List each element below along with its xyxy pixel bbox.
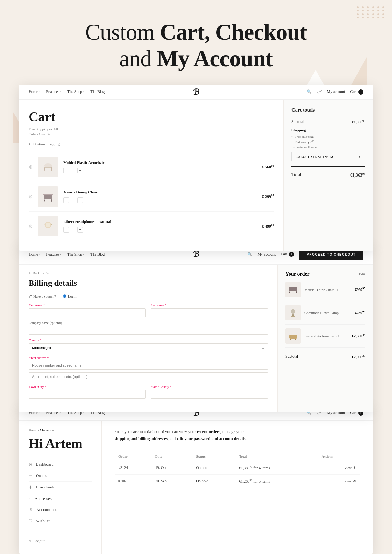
remove-item-icon[interactable]: ⊗ [29,164,33,170]
account-details-icon: ☺ [29,507,33,512]
country-select-wrapper: Montenegro [29,343,268,352]
total-row: Total €1,36395 [291,166,365,178]
company-input[interactable] [29,326,268,335]
account-screen: Home Features The Shop The Blog ℬ 🔍 ♡2 M… [19,406,373,554]
svg-rect-6 [51,199,52,202]
checkout-nav-left: Home Features The Shop The Blog [29,252,105,257]
state-input[interactable] [151,390,268,399]
shipping-title: Shipping [291,128,365,133]
back-to-cart-link[interactable]: Back to Cart [29,271,268,275]
breadcrumb-home[interactable]: Home [29,428,37,432]
cart-items: ⊗ Molded Plastic Armchair [29,152,274,241]
street-input[interactable] [29,361,268,370]
free-shipping-option[interactable]: Free shipping [291,135,365,138]
qty-decrease[interactable]: - [63,197,69,203]
nav-home[interactable]: Home [29,89,40,94]
order-title: Your order Edit [285,271,365,277]
continue-shopping-link[interactable]: Continue shopping [29,142,274,146]
checkout-nav-features[interactable]: Features [46,252,61,257]
first-name-input[interactable] [29,308,146,317]
nav-addresses[interactable]: ⌂ Addresses [29,493,92,504]
nav-features[interactable]: Features [46,89,61,94]
checkout-nav-shop[interactable]: The Shop [67,252,84,257]
hero-title-and: and [119,46,151,71]
checkout-cart-link[interactable]: Cart 3 [281,252,294,257]
nav-account-details[interactable]: ☺ Account details [29,504,92,515]
item-qty-control: - 1 + [63,168,257,173]
col-total: Total [235,452,318,461]
svg-rect-3 [46,167,51,168]
order-subtotal-row: Subtotal €2,90039 [285,352,365,360]
last-name-label: Last name * [151,304,268,307]
order-date: 20. Sep [151,474,192,488]
qty-increase[interactable]: + [77,168,83,173]
orders-table: Order Date Status Total Actions #3124 19… [115,452,360,488]
checkout-search-icon[interactable]: 🔍 [248,252,252,257]
cart-item: ⊗ Mauris Dining Chair [29,182,274,212]
wishlist-count: 2 [320,89,322,93]
nav-wishlist[interactable]: ♡ Wishlist [29,515,92,527]
checkout-nav-home[interactable]: Home [29,252,40,257]
login-link[interactable]: 👤 Log in [62,294,77,298]
order-item-image [285,305,301,320]
item-info: Libero Headphones - Natural - 1 + [63,220,257,233]
search-icon[interactable]: 🔍 [307,89,312,94]
last-name-input[interactable] [151,308,268,317]
company-label: Company name (optional) [29,321,268,325]
order-subtotal-value: €2,90039 [352,354,365,360]
my-account-link[interactable]: My account [327,89,345,94]
coupon-link[interactable]: 🏷 Have a coupon? [29,294,56,298]
qty-decrease[interactable]: - [63,227,69,233]
order-item: Mauris Dining Chair · 1 €99995 [285,278,365,301]
calc-shipping-button[interactable]: CALCULATE SHIPPING ∨ [291,152,365,161]
view-order-link[interactable]: View 👁 [322,466,356,470]
breadcrumb-current: My account [40,428,56,432]
order-item-image [285,282,301,297]
nav-shop[interactable]: The Shop [67,89,84,94]
qty-decrease[interactable]: - [63,168,69,173]
edit-order-link[interactable]: Edit [359,272,365,276]
qty-increase[interactable]: + [77,227,83,233]
wishlist-icon[interactable]: ♡2 [317,89,322,95]
checkout-my-account-link[interactable]: My account [257,252,276,257]
country-select[interactable]: Montenegro [29,343,268,352]
cart-layout: Cart Free Shipping on All Orders Over $7… [19,100,373,251]
shipping-section: Shipping Free shipping Flat rate €500 Es… [291,128,365,162]
order-summary: Your order Edit Mauris Dining Chair · 1 … [277,265,373,412]
svg-point-9 [46,223,50,227]
cart-item: ⊗ Libero Headphones - Natural [29,212,274,241]
svg-rect-11 [289,287,298,291]
flat-rate-option[interactable]: Flat rate €500 [291,140,365,144]
breadcrumb: Home / My account [29,428,92,432]
nav-blog[interactable]: The Blog [90,89,105,94]
name-row: First name * Last name * [29,304,268,317]
col-status: Status [192,452,235,461]
nav-downloads[interactable]: ⬇ Downloads [29,482,92,493]
cart-link[interactable]: Cart 3 [350,89,363,95]
item-qty-control: - 1 + [63,197,257,203]
qty-increase[interactable]: + [77,197,83,203]
nav-left: Home Features The Shop The Blog [29,89,105,94]
apt-input[interactable] [29,372,268,381]
remove-item-icon[interactable]: ⊗ [29,223,33,229]
qty-value: 1 [72,168,74,173]
cart-main: Cart Free Shipping on All Orders Over $7… [19,100,284,251]
logout-link[interactable]: ○ Logout [29,536,92,546]
order-total: €1,26390 for 5 items [235,474,318,488]
item-price: € 56000 [262,164,274,170]
order-status: On hold [192,474,235,488]
nav-orders[interactable]: ☰ Orders [29,470,92,482]
nav-right: 🔍 ♡2 My account Cart 3 [307,89,363,95]
apt-group [29,372,268,381]
checkout-nav-blog[interactable]: The Blog [90,252,105,257]
hero-title-normal: Custom [85,19,154,45]
col-order: Order [115,452,151,461]
nav-dashboard[interactable]: ⊙ Dashboard [29,459,92,470]
view-order-link[interactable]: View 👁 [322,479,356,483]
company-group: Company name (optional) [29,321,268,335]
order-number: #3061 [115,474,151,488]
town-input[interactable] [29,390,146,399]
flat-rate-price: €500 [308,140,314,144]
remove-item-icon[interactable]: ⊗ [29,193,33,200]
item-name: Libero Headphones - Natural [63,220,257,224]
